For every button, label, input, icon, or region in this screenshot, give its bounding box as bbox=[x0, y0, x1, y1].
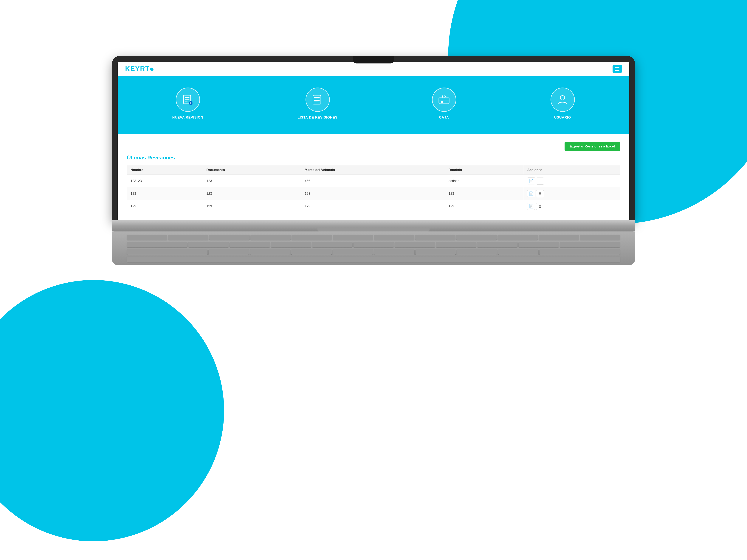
key bbox=[333, 235, 373, 240]
usuario-label: USUARIO bbox=[554, 115, 571, 119]
hamburger-line-3 bbox=[615, 70, 619, 71]
nav-card-lista-revisiones[interactable]: LISTA DE REVISIONES bbox=[298, 87, 338, 119]
pdf-icon: 📄 bbox=[529, 179, 534, 183]
main-content: Exportar Revisiones a Excel Últimas Revi… bbox=[118, 134, 629, 220]
key bbox=[271, 242, 311, 247]
key-row-1 bbox=[127, 234, 620, 240]
key bbox=[395, 242, 435, 247]
cell-marca: 123 bbox=[301, 200, 445, 213]
key bbox=[374, 235, 414, 240]
key bbox=[291, 249, 332, 255]
key bbox=[415, 249, 456, 255]
key bbox=[312, 242, 353, 247]
cell-dominio: 123 bbox=[445, 187, 524, 200]
key bbox=[127, 235, 167, 240]
edit-icon: ☰ bbox=[539, 192, 542, 196]
svg-rect-12 bbox=[439, 98, 449, 104]
pdf-button[interactable]: 📄 bbox=[527, 190, 535, 197]
laptop-keyboard bbox=[112, 232, 635, 265]
cell-documento: 123 bbox=[203, 200, 301, 213]
nav-card-nueva-revision[interactable]: NUEVA REVISION bbox=[172, 87, 203, 119]
svg-rect-7 bbox=[313, 95, 321, 104]
hamburger-button[interactable] bbox=[613, 65, 622, 73]
col-header-dominio: Dominio bbox=[445, 165, 524, 175]
caja-icon-circle bbox=[432, 87, 456, 112]
app-content: KEYRT bbox=[118, 61, 629, 220]
keyboard-keys bbox=[127, 234, 620, 262]
pdf-icon: 📄 bbox=[529, 191, 534, 196]
export-excel-button[interactable]: Exportar Revisiones a Excel bbox=[565, 142, 620, 151]
nueva-revision-icon-circle bbox=[176, 87, 200, 112]
laptop-outer: KEYRT bbox=[112, 56, 635, 265]
space-key bbox=[127, 257, 620, 262]
cell-marca: 456 bbox=[301, 175, 445, 187]
key bbox=[333, 249, 373, 255]
section-title: Últimas Revisiones bbox=[127, 155, 620, 161]
key bbox=[354, 242, 394, 247]
edit-button[interactable]: ☰ bbox=[536, 190, 544, 197]
lista-revisiones-icon-circle bbox=[306, 87, 330, 112]
cell-acciones: 📄☰ bbox=[524, 187, 620, 200]
cell-nombre: 123123 bbox=[127, 175, 203, 187]
key bbox=[188, 242, 229, 247]
edit-button[interactable]: ☰ bbox=[536, 203, 544, 210]
usuario-icon-circle bbox=[550, 87, 575, 112]
hamburger-line-1 bbox=[615, 67, 619, 68]
col-header-acciones: Acciones bbox=[524, 165, 620, 175]
edit-icon: ☰ bbox=[539, 179, 542, 183]
edit-icon: ☰ bbox=[539, 205, 542, 209]
cell-acciones: 📄☰ bbox=[524, 200, 620, 213]
key bbox=[230, 242, 270, 247]
hero-section: NUEVA REVISION bbox=[118, 76, 629, 134]
cell-nombre: 123 bbox=[127, 200, 203, 213]
logo: KEYRT bbox=[125, 65, 154, 73]
revisiones-table: Nombre Documento Marca del Vehículo Domi… bbox=[127, 165, 620, 213]
lista-revisiones-label: LISTA DE REVISIONES bbox=[298, 115, 338, 119]
key bbox=[374, 249, 414, 255]
key bbox=[209, 249, 249, 255]
key bbox=[251, 235, 291, 240]
key bbox=[580, 235, 620, 240]
nav-card-caja[interactable]: CAJA bbox=[432, 87, 456, 119]
svg-rect-14 bbox=[441, 101, 443, 103]
cell-documento: 123 bbox=[203, 187, 301, 200]
cell-dominio: asdasd bbox=[445, 175, 524, 187]
key-row-4 bbox=[127, 257, 620, 263]
laptop-base bbox=[112, 220, 635, 232]
usuario-icon bbox=[557, 94, 569, 106]
laptop-screen-frame: KEYRT bbox=[112, 56, 635, 220]
pdf-icon: 📄 bbox=[529, 204, 534, 209]
key bbox=[127, 242, 187, 247]
key bbox=[519, 242, 559, 247]
nueva-revision-icon bbox=[182, 94, 194, 106]
nav-card-usuario[interactable]: USUARIO bbox=[550, 87, 575, 119]
key bbox=[498, 235, 538, 240]
camera-notch bbox=[353, 56, 394, 63]
key bbox=[168, 235, 208, 240]
key-row-3 bbox=[127, 249, 620, 255]
key bbox=[415, 235, 456, 240]
col-header-documento: Documento bbox=[203, 165, 301, 175]
hamburger-line-2 bbox=[615, 69, 619, 69]
nueva-revision-label: NUEVA REVISION bbox=[172, 115, 203, 119]
key bbox=[457, 235, 496, 240]
key bbox=[539, 235, 579, 240]
pdf-button[interactable]: 📄 bbox=[527, 177, 535, 184]
col-header-marca: Marca del Vehículo bbox=[301, 165, 445, 175]
col-header-nombre: Nombre bbox=[127, 165, 203, 175]
key bbox=[292, 235, 332, 240]
key-row-2 bbox=[127, 242, 620, 248]
laptop-wrapper: KEYRT bbox=[93, 56, 654, 265]
cell-nombre: 123 bbox=[127, 187, 203, 200]
table-row: 123123123123📄☰ bbox=[127, 200, 620, 213]
key bbox=[457, 249, 497, 255]
lista-revisiones-icon bbox=[311, 94, 324, 106]
edit-button[interactable]: ☰ bbox=[536, 178, 544, 185]
caja-icon bbox=[438, 94, 450, 106]
caja-label: CAJA bbox=[439, 115, 449, 119]
logo-dot bbox=[150, 68, 154, 71]
export-row: Exportar Revisiones a Excel bbox=[127, 142, 620, 151]
key bbox=[250, 249, 290, 255]
pdf-button[interactable]: 📄 bbox=[527, 203, 535, 210]
bg-circle-bottom bbox=[0, 280, 224, 541]
